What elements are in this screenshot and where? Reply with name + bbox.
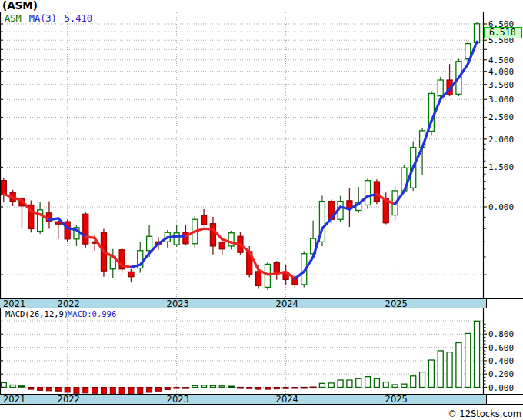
macd-bar-negative: [101, 388, 106, 395]
macd-bar-positive: [392, 385, 398, 387]
year-label: 2023: [167, 298, 189, 309]
macd-dash: [182, 387, 189, 389]
ticker-title: (ASM): [2, 0, 38, 12]
macd-axis-label: 0.200: [488, 369, 514, 379]
candle-body: [365, 181, 371, 205]
price-axis-label: 4.000: [488, 67, 514, 77]
legend-ma-value: 5.410: [65, 13, 92, 24]
macd-dash: [310, 386, 317, 388]
macd-axis-label: 0.000: [488, 383, 514, 393]
candle-body: [210, 224, 215, 246]
macd-bar-positive: [192, 385, 198, 387]
year-label: 2025: [385, 298, 408, 309]
candle-body: [274, 263, 279, 273]
background: [0, 0, 523, 420]
macd-bar-negative: [274, 388, 279, 389]
macd-bar-positive: [428, 360, 434, 387]
macd-bar-negative: [128, 388, 134, 395]
macd-bar-positive: [447, 352, 452, 388]
macd-bar-positive: [475, 321, 480, 387]
macd-bar-negative: [46, 388, 52, 391]
price-axis-label: 2.500: [488, 112, 514, 122]
macd-bar-positive: [356, 378, 361, 387]
macd-bar-negative: [55, 388, 61, 392]
candle-body: [128, 272, 134, 276]
macd-params: MACD(26,12,9): [5, 309, 68, 318]
macd-legend: MACD(26,12,9)MACD:0.996: [5, 309, 68, 318]
macd-bar-positive: [10, 385, 15, 387]
macd-bar-negative: [147, 388, 152, 392]
year-label: 2024: [276, 298, 298, 309]
ma-line-segment: [85, 237, 95, 238]
macd-bar-negative: [92, 388, 98, 394]
year-label: 2021: [3, 298, 25, 309]
candle-body: [438, 80, 443, 96]
copyright-footer: © 12Stocks.com: [448, 408, 521, 419]
price-axis-label: 4.500: [488, 55, 514, 65]
macd-bar-positive: [401, 384, 407, 387]
candle-body: [256, 272, 262, 286]
price-axis-label: 2.000: [488, 135, 514, 145]
macd-bar-negative: [165, 388, 170, 390]
macd-dash: [237, 387, 244, 389]
candle-body: [374, 182, 379, 201]
price-axis-label: 3.000: [488, 95, 514, 105]
macd-bar-negative: [247, 388, 252, 389]
candle-body: [265, 264, 270, 287]
macd-bar-positive: [202, 385, 207, 388]
macd-bar-positive: [420, 372, 425, 388]
macd-bar-negative: [110, 388, 115, 395]
macd-bar-negative: [83, 388, 88, 393]
macd-bar-positive: [383, 382, 388, 388]
macd-bar-negative: [283, 388, 288, 389]
macd-bar-positive: [338, 380, 343, 388]
year-label: 2024: [276, 394, 298, 405]
macd-bar-positive: [210, 385, 215, 387]
legend-symbol: ASM: [5, 13, 22, 24]
legend-ma-label: MA(3): [29, 13, 57, 24]
macd-bar-positive: [219, 386, 225, 388]
macd-bar-positive: [465, 333, 471, 387]
macd-bar-negative: [256, 388, 262, 390]
macd-bar-negative: [74, 388, 79, 394]
macd-bar-positive: [319, 383, 325, 387]
macd-axis-label: 0.800: [488, 329, 514, 339]
macd-axis-label: 0.400: [488, 356, 514, 366]
ma-line-segment: [268, 274, 277, 275]
candle-body: [202, 215, 207, 225]
macd-value: MACD:0.996: [68, 309, 116, 318]
macd-axis-label: 0.600: [488, 343, 514, 353]
candle-body: [383, 198, 388, 222]
macd-bar-positive: [347, 380, 352, 388]
macd-bar-positive: [438, 351, 443, 388]
ma-line-segment: [168, 236, 177, 238]
chart-canvas: 6.5005.5004.5004.0003.5003.0002.5002.000…: [0, 0, 523, 420]
candle-body: [147, 236, 152, 250]
candle-body: [83, 214, 88, 244]
macd-dash: [18, 385, 25, 388]
macd-bar-positive: [365, 377, 371, 388]
last-price-badge: 6.510: [484, 27, 522, 38]
year-label: 2025: [385, 394, 408, 405]
ma-line-segment: [204, 228, 213, 229]
candle-body: [1, 181, 6, 195]
macd-bar-negative: [155, 388, 161, 392]
macd-bar-negative: [174, 388, 179, 389]
candle-body: [219, 242, 225, 249]
macd-bar-negative: [65, 388, 70, 392]
macd-bar-positive: [328, 383, 334, 388]
candle-body: [228, 233, 234, 246]
year-label: 2022: [58, 394, 80, 405]
macd-bar-negative: [119, 388, 125, 395]
macd-bar-negative: [265, 388, 270, 390]
macd-bar-negative: [28, 388, 34, 390]
macd-dash: [301, 387, 308, 389]
macd-bar-negative: [138, 388, 143, 394]
candle-body: [475, 24, 480, 43]
ma-line-segment: [49, 218, 58, 220]
price-legend: ASMMA(3)5.410: [5, 13, 92, 24]
year-label: 2022: [58, 298, 80, 309]
price-axis-label: 0.000: [488, 202, 514, 212]
macd-bar-positive: [411, 376, 416, 388]
year-label: 2021: [3, 394, 25, 405]
